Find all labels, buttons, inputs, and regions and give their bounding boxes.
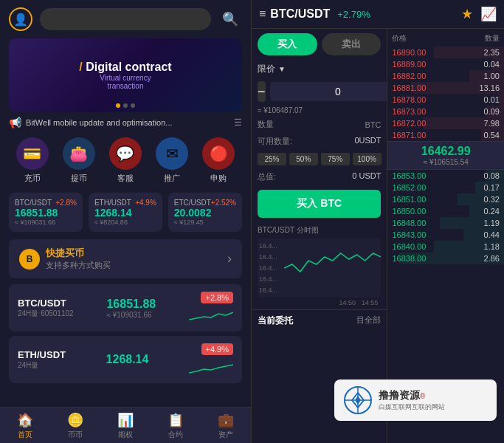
nav-assets-label: 资产	[218, 430, 233, 440]
card-eth-cny: ≈ ¥8204.86	[94, 219, 156, 226]
nav-home[interactable]: 🏠 首页	[0, 412, 50, 440]
action-withdraw[interactable]: 👛 提币	[63, 137, 95, 184]
order-type-arrow: ▼	[278, 65, 286, 73]
action-apply[interactable]: 🔴 申购	[202, 137, 235, 184]
tab-buy[interactable]: 买入	[258, 33, 317, 55]
ask-price-0: 16890.00	[392, 48, 426, 57]
ask-qty-7: 0.54	[484, 131, 500, 140]
market-item-btc[interactable]: BTC/USDT 24H量 60501102 16851.88 ≈ ¥10903…	[9, 284, 242, 332]
card-btc-change: +2.8%	[55, 199, 77, 207]
avatar-icon[interactable]: 👤	[9, 7, 32, 31]
card-btc-price: 16851.88	[15, 207, 77, 219]
bid-qty-6: 1.18	[484, 242, 500, 251]
bid-row-7[interactable]: 16838.00 2.86	[387, 253, 504, 264]
ask-row-1[interactable]: 16889.00 0.04	[387, 58, 504, 70]
watermark-text: 撸撸资源® 白媒互联网互联的网站	[379, 389, 445, 412]
market-btc-vol: 24H量 60501102	[18, 309, 74, 319]
home-icon: 🏠	[17, 412, 33, 428]
buy-button[interactable]: 买入 BTC	[258, 190, 381, 218]
bid-price-6: 16840.00	[392, 242, 426, 251]
coin-badge: B	[19, 249, 40, 269]
ask-row-2[interactable]: 16882.00 1.00	[387, 70, 504, 82]
quick-buy-title: 快捷买币	[46, 247, 111, 260]
assets-icon: 💼	[218, 412, 234, 428]
bid-row-2[interactable]: 16851.00 0.32	[387, 193, 504, 205]
quick-buy-subtitle: 支持多种方式购买	[46, 260, 111, 271]
bid-row-4[interactable]: 16848.00 1.19	[387, 217, 504, 229]
action-service[interactable]: 💬 客服	[109, 137, 142, 184]
card-etc-pair: ETC/USDT	[174, 199, 211, 207]
bid-row-5[interactable]: 16843.00 0.44	[387, 229, 504, 241]
ktime-2: 14:55	[362, 299, 379, 306]
market-btc-pair: BTC/USDT	[18, 298, 74, 309]
bid-qty-4: 1.19	[484, 219, 500, 227]
market-item-eth[interactable]: ETH/USDT 24H量 1268.14 +4.9%	[9, 336, 242, 383]
ask-row-3[interactable]: 16881.00 13.16	[387, 82, 504, 94]
tab-sell[interactable]: 卖出	[322, 33, 382, 55]
pct-100[interactable]: 100%	[353, 153, 382, 165]
ask-qty-6: 7.98	[484, 119, 500, 128]
chart-label: BTC/USDT 分时图	[258, 225, 381, 236]
pct-75[interactable]: 75%	[321, 153, 350, 165]
action-withdraw-label: 提币	[71, 173, 87, 184]
market-btc-price: 16851.88	[106, 298, 156, 311]
nav-coins[interactable]: 🪙 币币	[50, 412, 100, 440]
total-label: 总值:	[258, 171, 276, 182]
ask-row-0[interactable]: 16890.00 2.35	[387, 47, 504, 58]
pct-25[interactable]: 25%	[258, 153, 286, 165]
menu-icon[interactable]: ≡	[259, 7, 266, 21]
market-btc-right: +2.8%	[189, 292, 233, 324]
card-btc-cny: ≈ ¥109031.66	[15, 219, 77, 226]
ask-qty-2: 1.00	[484, 72, 500, 80]
bid-qty-7: 2.86	[484, 254, 500, 263]
price-card-btc[interactable]: BTC/USDT +2.8% 16851.88 ≈ ¥109031.66	[9, 193, 83, 232]
bid-rows: 16853.00 0.08 16852.00 0.17 16851.00 0.3…	[387, 170, 504, 264]
nav-assets[interactable]: 💼 资产	[201, 412, 251, 440]
bid-row-3[interactable]: 16850.00 0.24	[387, 205, 504, 217]
ask-row-6[interactable]: 16872.00 7.98	[387, 117, 504, 129]
ask-qty-4: 0.01	[484, 95, 500, 104]
orders-all[interactable]: 目全部	[356, 315, 381, 327]
kline-y-2: 16.4...	[259, 253, 277, 261]
quick-buy-bar[interactable]: B 快捷买币 支持多种方式购买 ›	[9, 239, 242, 278]
bid-price-2: 16851.00	[392, 195, 426, 204]
nav-futures[interactable]: 📊 期权	[100, 412, 151, 440]
price-cards: BTC/USDT +2.8% 16851.88 ≈ ¥109031.66 ETH…	[0, 188, 251, 236]
kline-y-labels: 16.4... 16.4... 16.4... 16.4... 16.4...	[259, 238, 277, 298]
price-card-eth[interactable]: ETH/USDT +4.9% 1268.14 ≈ ¥8204.86	[89, 193, 162, 232]
ask-row-7[interactable]: 16871.00 0.54	[387, 129, 504, 141]
search-button[interactable]: 🔍	[218, 7, 242, 31]
watermark-subtitle: 白媒互联网互联的网站	[379, 402, 445, 412]
market-btc-cny: ≈ ¥109031.66	[106, 311, 156, 319]
order-type-label: 限价	[258, 63, 275, 75]
bid-row-6[interactable]: 16840.00 1.18	[387, 241, 504, 253]
bid-price-1: 16852.00	[392, 183, 426, 192]
ask-row-5[interactable]: 16873.00 0.09	[387, 106, 504, 117]
kline-time-row: 14:50 14:55	[258, 298, 381, 306]
futures-icon: 📊	[117, 412, 134, 428]
action-recharge[interactable]: 💳 充币	[16, 137, 49, 184]
chart-detail-icon[interactable]: 📈	[480, 6, 497, 22]
bid-row-0[interactable]: 16853.00 0.08	[387, 170, 504, 182]
card-etc-cny: ≈ ¥129.45	[174, 219, 236, 226]
order-type-row[interactable]: 限价 ▼	[252, 60, 387, 78]
bid-row-1[interactable]: 16852.00 0.17	[387, 182, 504, 193]
action-promo[interactable]: ✉ 推广	[156, 137, 188, 184]
total-row: 总值: 0 USDT	[252, 168, 387, 185]
kline-y-1: 16.4...	[259, 242, 277, 250]
action-withdraw-icon: 👛	[63, 137, 95, 170]
mini-kline: 16.4... 16.4... 16.4... 16.4... 16.4...	[258, 238, 381, 298]
ask-qty-3: 13.16	[479, 83, 500, 92]
market-btc-center: 16851.88 ≈ ¥109031.66	[106, 298, 156, 319]
star-icon[interactable]: ★	[461, 6, 473, 22]
action-recharge-label: 充币	[24, 173, 41, 184]
price-card-etc[interactable]: ETC/USDT +2.52% 20.0082 ≈ ¥129.45	[168, 193, 242, 232]
minus-button[interactable]: −	[258, 81, 266, 102]
pct-50[interactable]: 50%	[289, 153, 318, 165]
price-input[interactable]	[270, 82, 388, 101]
nav-futures-label: 期权	[118, 430, 133, 440]
ask-row-4[interactable]: 16878.00 0.01	[387, 94, 504, 106]
dot-1	[116, 103, 120, 108]
nav-contracts[interactable]: 📋 合约	[151, 412, 201, 440]
btc-mini-chart	[189, 306, 233, 324]
